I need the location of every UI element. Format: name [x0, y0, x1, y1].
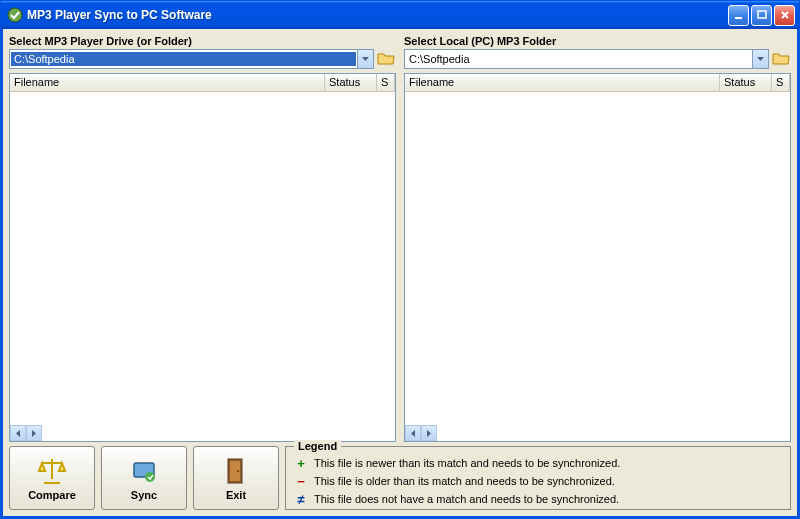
sync-icon — [128, 455, 160, 487]
left-path-combo[interactable]: C:\Softpedia — [9, 49, 374, 69]
right-scrollbar-h[interactable] — [405, 425, 437, 441]
close-button[interactable] — [774, 5, 795, 26]
legend-row-newer: + This file is newer than its match and … — [294, 456, 782, 471]
svg-rect-1 — [735, 17, 742, 19]
chevron-down-icon[interactable] — [357, 50, 373, 68]
compare-label: Compare — [28, 489, 76, 501]
scroll-right-icon[interactable] — [26, 425, 42, 441]
left-col-status[interactable]: Status — [325, 74, 377, 91]
left-lv-body[interactable] — [10, 92, 395, 425]
right-listview[interactable]: Filename Status S — [404, 73, 791, 442]
bottom-row: Compare Sync Exit Legend + This file is … — [9, 446, 791, 510]
scroll-right-icon[interactable] — [421, 425, 437, 441]
minus-icon: − — [294, 474, 308, 489]
right-col-filename[interactable]: Filename — [405, 74, 720, 91]
maximize-button[interactable] — [751, 5, 772, 26]
left-path-value: C:\Softpedia — [11, 52, 356, 66]
left-panel-label: Select MP3 Player Drive (or Folder) — [9, 35, 396, 49]
scroll-left-icon[interactable] — [10, 425, 26, 441]
svg-point-0 — [8, 8, 22, 22]
folder-icon — [772, 51, 790, 67]
right-lv-header: Filename Status S — [405, 74, 790, 92]
sync-label: Sync — [131, 489, 157, 501]
right-path-value: C:\Softpedia — [406, 52, 751, 66]
right-panel-label: Select Local (PC) MP3 Folder — [404, 35, 791, 49]
panels-row: Select MP3 Player Drive (or Folder) C:\S… — [9, 35, 791, 442]
right-lv-body[interactable] — [405, 92, 790, 425]
right-path-combo[interactable]: C:\Softpedia — [404, 49, 769, 69]
minimize-button[interactable] — [728, 5, 749, 26]
legend-row-older: − This file is older than its match and … — [294, 474, 782, 489]
titlebar-buttons — [728, 5, 795, 26]
legend-text: This file is newer than its match and ne… — [314, 457, 620, 469]
folder-icon — [377, 51, 395, 67]
left-panel: Select MP3 Player Drive (or Folder) C:\S… — [9, 35, 396, 442]
scroll-left-icon[interactable] — [405, 425, 421, 441]
app-window: MP3 Player Sync to PC Software Select MP… — [0, 0, 800, 519]
left-scrollbar-h[interactable] — [10, 425, 42, 441]
legend-title: Legend — [294, 440, 341, 452]
right-path-row: C:\Softpedia — [404, 49, 791, 69]
app-icon — [7, 7, 23, 23]
window-title: MP3 Player Sync to PC Software — [27, 8, 728, 22]
left-browse-button[interactable] — [376, 49, 396, 69]
right-col-status[interactable]: Status — [720, 74, 772, 91]
door-icon — [220, 455, 252, 487]
left-lv-header: Filename Status S — [10, 74, 395, 92]
exit-button[interactable]: Exit — [193, 446, 279, 510]
not-equal-icon: ≠ — [294, 492, 308, 507]
client-area: Select MP3 Player Drive (or Folder) C:\S… — [1, 29, 799, 518]
right-col-extra[interactable]: S — [772, 74, 790, 91]
left-col-filename[interactable]: Filename — [10, 74, 325, 91]
svg-point-7 — [237, 470, 239, 472]
exit-label: Exit — [226, 489, 246, 501]
plus-icon: + — [294, 456, 308, 471]
svg-rect-2 — [758, 11, 766, 18]
titlebar[interactable]: MP3 Player Sync to PC Software — [1, 1, 799, 29]
legend-text: This file does not have a match and need… — [314, 493, 619, 505]
right-browse-button[interactable] — [771, 49, 791, 69]
svg-point-4 — [145, 472, 155, 482]
scales-icon — [36, 455, 68, 487]
sync-button[interactable]: Sync — [101, 446, 187, 510]
left-path-row: C:\Softpedia — [9, 49, 396, 69]
left-listview[interactable]: Filename Status S — [9, 73, 396, 442]
right-panel: Select Local (PC) MP3 Folder C:\Softpedi… — [404, 35, 791, 442]
legend-text: This file is older than its match and ne… — [314, 475, 615, 487]
chevron-down-icon[interactable] — [752, 50, 768, 68]
left-col-extra[interactable]: S — [377, 74, 395, 91]
legend-box: Legend + This file is newer than its mat… — [285, 446, 791, 510]
legend-row-nomatch: ≠ This file does not have a match and ne… — [294, 492, 782, 507]
compare-button[interactable]: Compare — [9, 446, 95, 510]
